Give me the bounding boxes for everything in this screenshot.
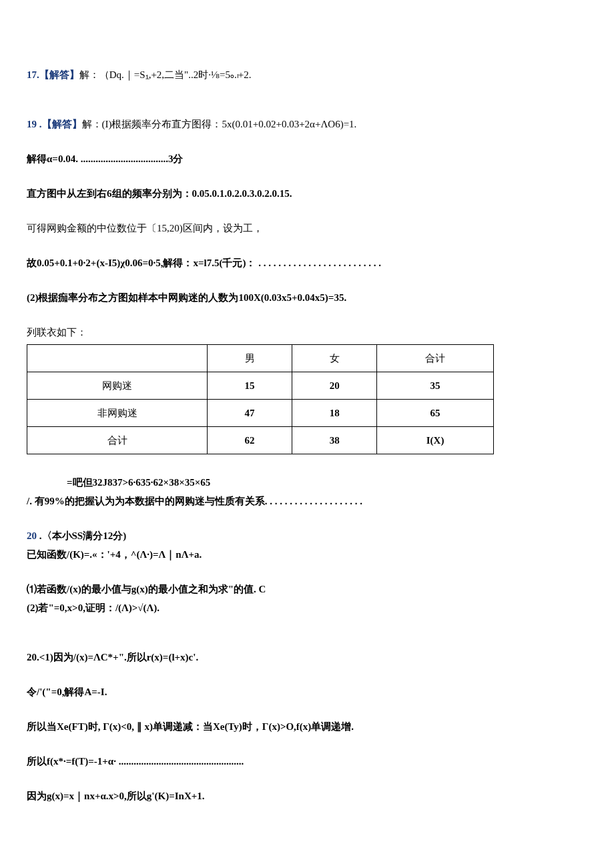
q19-intro: 19 .【解答】解：(I)根据频率分布直方图得：5x(0.01+0.02+0.0…: [27, 116, 587, 132]
q19-freq-text: 直方图中从左到右6组的频率分别为：0.05.0.1.0.2.0.3.0.2.0.…: [27, 188, 292, 199]
q17-label: .【解答】: [37, 69, 79, 80]
q19-table-intro-text: 列联衣如下：: [27, 327, 87, 338]
q20-p1-text: ⑴若函数/(x)的最小值与g(x)的最小值之和为求"的值. C: [27, 584, 266, 594]
table-cell: I(X): [377, 427, 494, 454]
q20-s5: 因为g(x)=x｜nx+α.x>0,所以g'(K)=InX+1.: [27, 788, 587, 804]
q20-title-text: .〈本小SS满分12分): [39, 530, 126, 541]
table-header-cell: 合计: [377, 345, 494, 372]
table-header-cell: 男: [208, 345, 292, 372]
q19-part2-text: (2)根据痂率分布之方图如样本中网购迷的人数为100X(0.03x5+0.04x…: [27, 292, 346, 303]
table-cell: 15: [208, 372, 292, 400]
q20-p2: (2)若"=0,x>0,证明：/(Λ)>√(Λ).: [27, 600, 587, 616]
q19-alpha: 解得α=0.04. ..............................…: [27, 151, 587, 167]
table-header-row: 男 女 合计: [27, 345, 494, 372]
q19-alpha-text: 解得α=0.04. ..............................…: [27, 153, 183, 164]
table-cell: 47: [208, 400, 292, 427]
q20-s3-text: 所以当Xe(FT)时, Γ(x)<0, ∥ x)单调递减：当Xe(Ty)时，Γ(…: [27, 721, 354, 732]
q17-line: 17.【解答】解：（Dq.｜=S₁,+2,二当"..2时·¹⁄₈=5ₒ.ₗ+2.: [27, 67, 587, 83]
q19-label: .【解答】: [39, 119, 82, 129]
q19-table-intro: 列联衣如下：: [27, 324, 587, 340]
q20-number: 20: [27, 530, 37, 541]
q20-p1: ⑴若函数/(x)的最小值与g(x)的最小值之和为求"的值. C: [27, 581, 587, 597]
q20-title: 20 .〈本小SS满分12分): [27, 528, 587, 544]
table-cell: 62: [208, 427, 292, 454]
q19-part2: (2)根据痂率分布之方图如样本中网购迷的人数为100X(0.03x5+0.04x…: [27, 290, 587, 306]
table-cell: 合计: [27, 427, 208, 454]
q19-chi-top: =吧但32J837>6·635·62×38×35×65: [67, 474, 587, 490]
table-row: 合计 62 38 I(X): [27, 427, 494, 454]
q19-number: 19: [27, 119, 37, 129]
q20-s4: 所以f(x*·=f(T)=-1+α· .....................…: [27, 753, 587, 769]
q20-s5-text: 因为g(x)=x｜nx+α.x>0,所以g'(K)=InX+1.: [27, 791, 205, 801]
table-cell: 65: [377, 400, 494, 427]
q20-given-text: 已知函数/(K)=.«：'+4，^(Λ·)=Λ｜nΛ+a.: [27, 549, 202, 560]
q20-s3: 所以当Xe(FT)时, Γ(x)<0, ∥ x)单调递减：当Xe(Ty)时，Γ(…: [27, 719, 587, 735]
q19-median-text: 可得网购金额的中位数位于〔15,20)区间内，设为工，: [27, 223, 263, 234]
table-cell: 35: [377, 372, 494, 400]
table-cell: 非网购迷: [27, 400, 208, 427]
q19-median: 可得网购金额的中位数位于〔15,20)区间内，设为工，: [27, 220, 587, 236]
q17-text: 解：（Dq.｜=S₁,+2,二当"..2时·¹⁄₈=5ₒ.ₗ+2.: [79, 69, 252, 80]
q20-s4-text: 所以f(x*·=f(T)=-1+α· .....................…: [27, 756, 244, 767]
q20-s1-text: 20.<1)因为/(x)=ΛC*+".所以r(x)=(l+x)c'.: [27, 652, 198, 663]
q19-chi-bottom-text: /. 有99%的把握认为为本数据中的网购迷与性质有关系. . . . . . .…: [27, 496, 362, 506]
q20-s1: 20.<1)因为/(x)=ΛC*+".所以r(x)=(l+x)c'.: [27, 649, 587, 665]
q17-number: 17: [27, 69, 37, 80]
q20-p2-text: (2)若"=0,x>0,证明：/(Λ)>√(Λ).: [27, 602, 160, 613]
q19-solve: 故0.05+0.1+0·2+(x-I5)χ0.06=0·5,解得：x=l7.5(…: [27, 255, 587, 271]
q20-s2: 令/'("=0,解得A=-I.: [27, 684, 587, 700]
contingency-table: 男 女 合计 网购迷 15 20 35 非网购迷 47 18 65 合计 62 …: [27, 344, 494, 454]
q19-freq: 直方图中从左到右6组的频率分别为：0.05.0.1.0.2.0.3.0.2.0.…: [27, 185, 587, 201]
q20-s2-text: 令/'("=0,解得A=-I.: [27, 687, 107, 697]
table-cell: 38: [292, 427, 377, 454]
table-cell: 网购迷: [27, 372, 208, 400]
table-header-cell: 女: [292, 345, 377, 372]
q19-solve-text: 故0.05+0.1+0·2+(x-I5)χ0.06=0·5,解得：x=l7.5(…: [27, 258, 381, 268]
q19-chi-top-text: =吧但32J837>6·635·62×38×35×65: [67, 477, 210, 488]
table-row: 网购迷 15 20 35: [27, 372, 494, 400]
q19-chi-bottom: /. 有99%的把握认为为本数据中的网购迷与性质有关系. . . . . . .…: [27, 493, 587, 509]
table-header-cell: [27, 345, 208, 372]
table-cell: 18: [292, 400, 377, 427]
q20-given: 已知函数/(K)=.«：'+4，^(Λ·)=Λ｜nΛ+a.: [27, 546, 587, 562]
table-row: 非网购迷 47 18 65: [27, 400, 494, 427]
q19-intro-text: 解：(I)根据频率分布直方图得：5x(0.01+0.02+0.03+2α+ΛO6…: [82, 119, 357, 129]
table-cell: 20: [292, 372, 377, 400]
